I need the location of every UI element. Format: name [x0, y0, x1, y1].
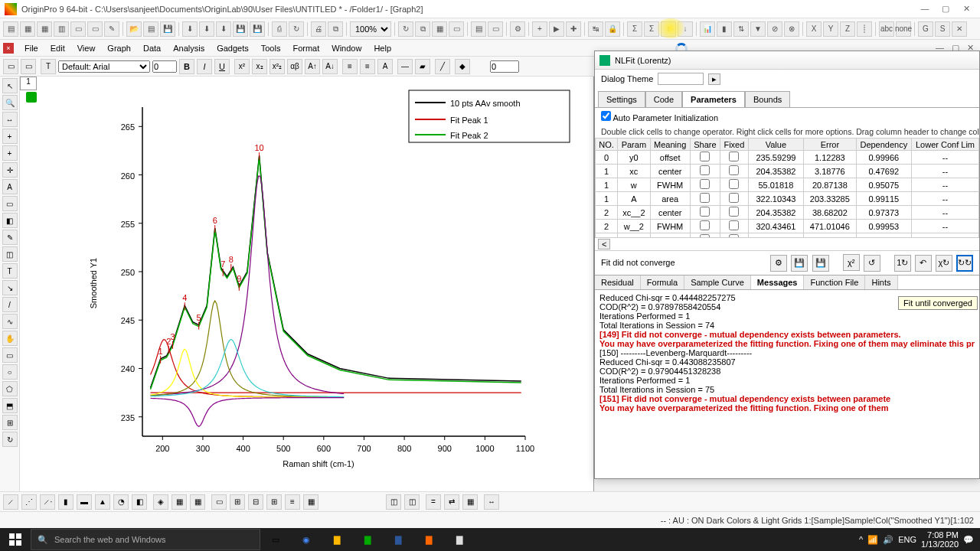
open-icon[interactable]: 📂 [126, 21, 142, 37]
mask-icon[interactable]: ⊘ [767, 21, 782, 37]
fit-until-converged-button[interactable]: ↻↻ [956, 255, 973, 272]
maximize-button[interactable]: ▢ [936, 4, 955, 14]
sort-asc-icon[interactable]: ↑ [661, 21, 676, 37]
dialog-theme-dropdown-icon[interactable]: ▸ [708, 73, 720, 85]
param-row[interactable]: 1wFWHM55.0181820.871380.95075-- [596, 178, 979, 192]
increase-font-icon[interactable]: A↑ [305, 59, 320, 74]
nlfit-tab-code[interactable]: Code [645, 91, 682, 107]
image-icon[interactable]: ▦ [190, 494, 205, 510]
text-tool-icon[interactable]: T [2, 263, 18, 279]
tray-clock[interactable]: 7:08 PM1/13/2020 [921, 530, 959, 549]
minimize-button[interactable]: — [916, 4, 934, 13]
err-icon[interactable]: ┊ [857, 21, 872, 37]
recalc-lock-icon[interactable] [26, 92, 37, 103]
stats-adv-icon[interactable]: 📊 [700, 21, 715, 37]
nlfit-tab-parameters[interactable]: Parameters [682, 91, 745, 107]
new-color-icon[interactable]: ▦ [432, 21, 447, 37]
start-button[interactable] [0, 528, 31, 551]
point-input[interactable] [490, 60, 519, 73]
new-project-icon[interactable]: ▤ [3, 21, 18, 37]
rectangle-tool-icon[interactable]: ▭ [2, 347, 18, 363]
lower-tab-formula[interactable]: Formula [641, 276, 684, 289]
slide-show-icon[interactable]: ▶ [549, 21, 564, 37]
polygon-tool-icon[interactable]: ⬠ [2, 381, 18, 396]
surface-icon[interactable]: ▦ [172, 494, 187, 510]
swap-icon[interactable]: ⇄ [444, 494, 459, 510]
arrow-tool-icon[interactable]: ↘ [2, 280, 18, 295]
x-axis-icon[interactable]: X [806, 21, 822, 37]
panel-icon[interactable]: ⊞ [266, 494, 282, 510]
line-color-icon[interactable]: ╱ [435, 59, 450, 74]
tray-volume-icon[interactable]: 🔊 [883, 535, 893, 545]
menu-format[interactable]: Format [286, 42, 325, 54]
new-notes-icon[interactable]: ✎ [104, 21, 119, 37]
open-template-icon[interactable]: ▤ [143, 21, 158, 37]
auto-init-checkbox[interactable]: Auto Parameter Initialization [601, 113, 718, 122]
menu-tools[interactable]: Tools [255, 42, 287, 54]
supersubscript-icon[interactable]: x²₂ [270, 59, 285, 74]
font-color-icon[interactable]: A [377, 59, 393, 74]
pie-plot-icon[interactable]: ◔ [113, 494, 129, 510]
scatter-plot-icon[interactable]: ⋰ [21, 494, 37, 510]
unmask-icon[interactable]: ◫ [404, 494, 420, 510]
fit-init-icon[interactable]: ↺ [864, 255, 880, 272]
fit-converge-icon[interactable]: χ↻ [936, 255, 952, 272]
batch-icon[interactable]: ⎙ [272, 21, 287, 37]
new-matrix-icon[interactable]: ▦ [37, 21, 52, 37]
chrome-icon[interactable]: ◉ [291, 528, 322, 551]
window-duplicate-icon[interactable]: ⧉ [415, 21, 430, 37]
new-workbook-icon[interactable]: ▦ [20, 21, 35, 37]
sort-icon[interactable]: ⇅ [733, 21, 749, 37]
sort-desc-icon[interactable]: ↓ [678, 21, 693, 37]
param-row[interactable]: 0y0offset235.592991.122830.99966-- [596, 151, 979, 165]
contour-icon[interactable]: ◈ [153, 494, 168, 510]
lower-tab-sample-curve[interactable]: Sample Curve [684, 276, 751, 289]
lower-tab-hints[interactable]: Hints [865, 276, 897, 289]
lower-tab-function-file[interactable]: Function File [804, 276, 865, 289]
lower-tab-residual[interactable]: Residual [595, 276, 641, 289]
menu-data[interactable]: Data [137, 42, 167, 54]
fill-color-icon[interactable]: ▰ [415, 59, 430, 74]
italic-button[interactable]: I [197, 59, 212, 74]
draw-tool-icon[interactable]: ✎ [2, 230, 18, 245]
file-explorer-icon[interactable]: ▇ [322, 528, 352, 551]
duplicate-icon[interactable]: ⧉ [328, 21, 343, 37]
menu-file[interactable]: File [18, 42, 44, 54]
save-project-icon[interactable]: 💾 [233, 21, 248, 37]
new-graph-icon[interactable]: ▭ [70, 21, 86, 37]
merge-icon[interactable]: ⊞ [230, 494, 245, 510]
bold-button[interactable]: B [179, 59, 194, 74]
mask-points-icon[interactable]: ◫ [386, 494, 401, 510]
symbol-icon[interactable]: ◆ [455, 59, 470, 74]
multi-panel-icon[interactable]: ▦ [303, 494, 318, 510]
rescale-icon[interactable]: ↔ [484, 494, 499, 510]
font-button-icon[interactable]: T [41, 59, 56, 74]
print-icon[interactable]: 🖨 [311, 21, 326, 37]
parameter-table[interactable]: NO.ParamMeaningShareFixedValueErrorDepen… [595, 138, 979, 237]
fit-save-icon[interactable]: 💾 [791, 255, 808, 272]
param-row[interactable]: 1xccenter204.353823.187760.47692-- [596, 165, 979, 178]
line-plot-icon[interactable]: ⟋ [3, 494, 18, 510]
copy-format-icon[interactable]: ▭ [21, 59, 36, 74]
tray-up-icon[interactable]: ^ [859, 535, 863, 544]
line-symbol-icon[interactable]: ⟋∙ [40, 494, 55, 510]
taskbar-search[interactable]: 🔍 Search the web and Windows [31, 529, 260, 550]
align-left-icon[interactable]: ≡ [342, 59, 358, 74]
close-button[interactable]: ✕ [957, 4, 975, 14]
param-row[interactable]: 2w__2FWHM320.43461471.010460.99953-- [596, 220, 979, 233]
label-icon[interactable]: abc [879, 21, 894, 37]
line-style-icon[interactable]: — [397, 59, 413, 74]
decrease-font-icon[interactable]: A↓ [322, 59, 338, 74]
fit-back-icon[interactable]: ↶ [915, 255, 932, 272]
task-view-icon[interactable]: ▭ [260, 528, 291, 551]
greek-icon[interactable]: αβ [287, 59, 302, 74]
excel-icon[interactable]: ▇ [352, 528, 383, 551]
align-center-icon[interactable]: ≡ [360, 59, 375, 74]
menu-view[interactable]: View [71, 42, 102, 54]
pointer-tool-icon[interactable]: ↖ [2, 78, 18, 93]
subscript-icon[interactable]: x₂ [252, 59, 267, 74]
messages-pane[interactable]: Reduced Chi-sqr = 0.444482257275COD(R^2)… [595, 290, 979, 449]
fit-1iter-icon[interactable]: 1↻ [894, 255, 911, 272]
filter-icon[interactable]: ▼ [750, 21, 766, 37]
menu-gadgets[interactable]: Gadgets [211, 42, 255, 54]
